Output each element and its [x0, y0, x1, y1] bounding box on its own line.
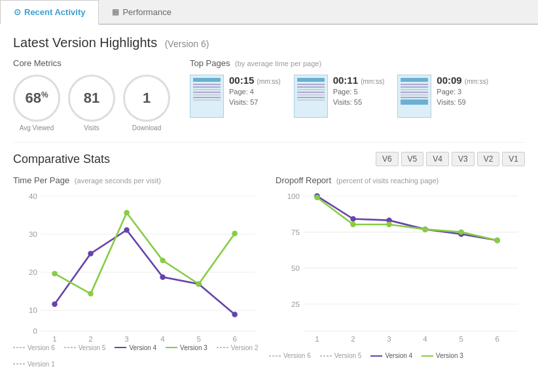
tab-performance-label: Performance	[122, 7, 171, 17]
page-page-1: Page: 4	[229, 86, 281, 98]
svg-text:2: 2	[351, 334, 355, 342]
ver-btn-v5[interactable]: V5	[401, 152, 424, 166]
metrics-row: Core Metrics 68% Avg Viewed 81 Visits	[13, 58, 525, 132]
page-item-2: 00:11 (mm:ss) Page: 5 Visits: 55	[294, 75, 385, 118]
tab-recent-activity-label: Recent Activity	[24, 7, 85, 17]
svg-point-50	[350, 222, 355, 227]
ver-btn-v4[interactable]: V4	[426, 152, 449, 166]
ver-btn-v2[interactable]: V2	[477, 152, 500, 166]
metric-download: 1 Download	[123, 75, 170, 132]
svg-text:0: 0	[33, 327, 38, 335]
tab-performance[interactable]: ▦ Performance	[99, 0, 184, 24]
legend-v3-icon-right	[421, 354, 433, 358]
svg-text:5: 5	[459, 334, 463, 342]
legend-v4-icon-left	[115, 346, 126, 349]
page-info-1: 00:15 (mm:ss) Page: 4 Visits: 57	[229, 75, 281, 106]
circle-visits-label: Visits	[84, 124, 99, 132]
highlights-version: (Version 6)	[165, 39, 209, 49]
svg-text:40: 40	[29, 192, 37, 200]
svg-point-51	[386, 222, 391, 227]
svg-point-21	[232, 312, 237, 317]
time-per-page-chart: Time Per Page (average seconds per visit…	[13, 175, 262, 342]
time-per-page-svg: 40 30 20 10 0 1 2 3 4 5 6	[13, 189, 262, 342]
page-item-1: 00:15 (mm:ss) Page: 4 Visits: 57	[190, 75, 281, 118]
comp-stats-title: Comparative Stats	[13, 152, 110, 166]
legend-v2-icon-left	[217, 346, 228, 349]
svg-point-26	[196, 281, 201, 287]
svg-point-54	[494, 238, 499, 243]
svg-text:3: 3	[387, 334, 391, 342]
circle-visits-value: 81	[84, 90, 99, 107]
svg-point-16	[52, 301, 57, 306]
legend-v1-left: Version 1	[13, 361, 55, 368]
dropoff-report-svg: 100 75 50 25 1 2 3 4 5 6	[276, 189, 525, 342]
pages-list: 00:15 (mm:ss) Page: 4 Visits: 57	[190, 75, 525, 118]
legend-v5-icon-left	[64, 346, 76, 349]
page-thumb-2	[294, 75, 328, 118]
svg-text:100: 100	[287, 192, 300, 200]
svg-text:75: 75	[291, 228, 300, 236]
legend-v4-icon-right	[370, 354, 382, 358]
tab-recent-activity[interactable]: ⊙ Recent Activity	[0, 0, 99, 25]
comp-stats-header: Comparative Stats V6 V5 V4 V3 V2 V1	[13, 152, 525, 166]
page-time-2: 00:11 (mm:ss)	[333, 75, 385, 86]
core-metrics-section: Core Metrics 68% Avg Viewed 81 Visits	[13, 58, 170, 132]
page-visits-2: Visits: 55	[333, 98, 385, 106]
legend-left: Version 6 Version 5 Version 4 Version 3 …	[13, 344, 269, 368]
ver-btn-v6[interactable]: V6	[376, 152, 399, 166]
ver-btn-v1[interactable]: V1	[502, 152, 525, 166]
time-per-page-label: Time Per Page (average seconds per visit…	[13, 175, 262, 185]
circle-download-value: 1	[143, 90, 151, 107]
legend-v4-right: Version 4	[370, 344, 412, 368]
circle-download: 1	[123, 75, 170, 122]
page-time-1: 00:15 (mm:ss)	[229, 75, 281, 86]
performance-icon: ▦	[112, 7, 119, 16]
legend-v2-left: Version 2	[217, 344, 259, 351]
page-info-2: 00:11 (mm:ss) Page: 5 Visits: 55	[333, 75, 385, 106]
legend-v6-left: Version 6	[13, 344, 55, 351]
legend-v5-left: Version 5	[64, 344, 106, 351]
core-metrics-circles: 68% Avg Viewed 81 Visits 1 Download	[13, 75, 170, 132]
page-time-3: 00:09 (mm:ss)	[437, 75, 488, 86]
legend-v5-right: Version 5	[320, 344, 362, 368]
page-thumb-1	[190, 75, 224, 118]
legend-v1-icon-left	[13, 362, 25, 366]
legend-v4-left: Version 4	[115, 344, 156, 351]
legend-v3-icon-left	[166, 346, 177, 349]
svg-point-17	[88, 251, 93, 256]
legend-row: Version 6 Version 5 Version 4 Version 3 …	[13, 344, 525, 368]
svg-text:1: 1	[52, 334, 56, 342]
circle-avg-viewed: 68%	[13, 75, 60, 122]
version-buttons: V6 V5 V4 V3 V2 V1	[376, 152, 525, 166]
top-pages-label-text: Top Pages	[190, 58, 230, 68]
circle-download-label: Download	[132, 124, 161, 132]
legend-v6-icon-right	[269, 354, 281, 358]
page-visits-3: Visits: 59	[437, 98, 488, 106]
svg-point-27	[232, 230, 237, 236]
page-item-3: 00:09 (mm:ss) Page: 3 Visits: 59	[397, 75, 488, 118]
svg-text:2: 2	[88, 334, 92, 342]
ver-btn-v3[interactable]: V3	[452, 152, 475, 166]
circle-visits: 81	[68, 75, 115, 122]
svg-text:10: 10	[29, 306, 37, 314]
svg-text:6: 6	[232, 334, 236, 342]
legend-v6-right: Version 6	[269, 344, 311, 368]
metric-visits: 81 Visits	[68, 75, 115, 132]
svg-text:6: 6	[495, 334, 499, 342]
legend-v6-icon-left	[13, 346, 25, 349]
page-thumb-3	[397, 75, 431, 118]
top-pages-sub: (by average time per page)	[235, 60, 321, 67]
core-metrics-label: Core Metrics	[13, 58, 170, 68]
svg-text:4: 4	[423, 334, 427, 342]
svg-point-18	[124, 227, 129, 232]
svg-text:5: 5	[196, 334, 200, 342]
highlights-title-text: Latest Version Highlights	[13, 35, 157, 50]
recent-activity-icon: ⊙	[14, 7, 21, 17]
page-page-3: Page: 3	[437, 86, 488, 98]
svg-point-19	[160, 274, 165, 279]
metric-avg-viewed: 68% Avg Viewed	[13, 75, 60, 132]
page-info-3: 00:09 (mm:ss) Page: 3 Visits: 59	[437, 75, 488, 106]
charts-row: Time Per Page (average seconds per visit…	[13, 175, 525, 342]
circle-avg-viewed-value: 68%	[25, 91, 48, 105]
page-visits-1: Visits: 57	[229, 98, 281, 106]
